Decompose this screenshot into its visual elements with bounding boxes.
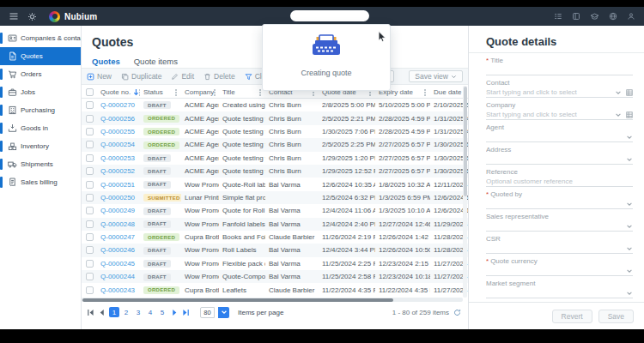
last-page-button[interactable] bbox=[182, 309, 190, 316]
table-row[interactable]: Q-0000252DRAFTACME AgentsQuote testing f… bbox=[82, 165, 468, 178]
quote-no-link[interactable]: Q-0000250 bbox=[97, 194, 140, 202]
save-view-button[interactable]: Save view bbox=[409, 70, 463, 82]
field-input-quoted-by[interactable] bbox=[486, 198, 633, 209]
chevron-down-icon[interactable] bbox=[626, 240, 633, 256]
row-checkbox[interactable] bbox=[86, 141, 94, 148]
hamburger-menu-icon[interactable] bbox=[9, 11, 19, 21]
table-vertical-scrollbar[interactable] bbox=[463, 86, 467, 298]
row-checkbox[interactable] bbox=[86, 128, 94, 135]
field-input-agent[interactable] bbox=[486, 131, 633, 142]
lookup-grid-icon[interactable] bbox=[626, 106, 633, 122]
field-input-market-segment[interactable] bbox=[486, 287, 633, 298]
chevron-down-icon[interactable] bbox=[626, 218, 633, 233]
row-checkbox[interactable] bbox=[86, 233, 94, 241]
table-row[interactable]: Q-0000251DRAFTWow PromotionsQuote-Roll l… bbox=[82, 178, 468, 190]
table-row[interactable]: Q-0000243ORDEREDCupra BrothersLeafletsCl… bbox=[82, 283, 468, 296]
new-button[interactable]: New bbox=[87, 72, 112, 81]
table-row[interactable]: Q-0000246DRAFTWow PromotionsRoll LabelsB… bbox=[82, 244, 468, 256]
shortcuts-icon[interactable] bbox=[554, 12, 562, 21]
column-menu-icon[interactable] bbox=[369, 92, 371, 93]
chevron-down-icon[interactable] bbox=[626, 262, 633, 278]
row-checkbox[interactable] bbox=[86, 220, 94, 228]
row-checkbox[interactable] bbox=[86, 194, 94, 202]
quote-no-link[interactable]: Q-0000253 bbox=[97, 154, 140, 162]
page-size-value[interactable]: 80 bbox=[200, 307, 215, 318]
column-header-status[interactable]: Status bbox=[140, 86, 181, 99]
table-row[interactable]: Q-0000270DRAFTACME AgentsCreated using V… bbox=[82, 99, 468, 111]
page-button-2[interactable]: 2 bbox=[121, 307, 131, 317]
page-button-3[interactable]: 3 bbox=[133, 307, 143, 317]
quote-no-link[interactable]: Q-0000252 bbox=[97, 167, 140, 175]
chevron-down-icon[interactable] bbox=[626, 285, 633, 300]
row-checkbox[interactable] bbox=[86, 167, 94, 175]
page-button-1[interactable]: 1 bbox=[109, 307, 119, 317]
page-size-dropdown-button[interactable] bbox=[218, 307, 229, 318]
chevron-down-icon[interactable] bbox=[615, 84, 622, 99]
field-input-company[interactable]: Start typing and click to select bbox=[486, 109, 633, 120]
horizontal-scroll-thumb[interactable] bbox=[82, 298, 393, 302]
field-input-quote-currency[interactable] bbox=[486, 265, 633, 276]
table-row[interactable]: Q-0000250SUBMITTEDLunar PrintingSimple f… bbox=[82, 191, 468, 204]
quote-no-link[interactable]: Q-0000243 bbox=[97, 286, 140, 294]
row-checkbox[interactable] bbox=[86, 246, 94, 254]
duplicate-button[interactable]: Duplicate bbox=[121, 72, 161, 81]
table-row[interactable]: Q-0000253DRAFTACME AgentsQuote testing f… bbox=[82, 152, 468, 165]
sidebar-item-goods-in[interactable]: Goods in bbox=[0, 119, 81, 137]
field-input-reference[interactable]: Optional customer reference bbox=[486, 176, 633, 187]
quote-no-link[interactable]: Q-0000247 bbox=[97, 233, 140, 241]
page-button-4[interactable]: 4 bbox=[145, 307, 155, 317]
table-row[interactable]: Q-0000254ORDEREDACME AgentsQuote testing… bbox=[82, 138, 468, 151]
select-all-checkbox[interactable] bbox=[86, 88, 94, 96]
field-input-contact[interactable]: Start typing and click to select bbox=[486, 87, 633, 98]
column-header-company[interactable]: Company bbox=[181, 86, 219, 99]
delete-button[interactable]: Delete bbox=[204, 72, 235, 81]
quote-no-link[interactable]: Q-0000248 bbox=[97, 220, 140, 228]
table-row[interactable]: Q-0000244DRAFTWow PromotionsQuote-Compos… bbox=[82, 270, 468, 283]
sidebar-item-orders[interactable]: Orders bbox=[0, 65, 81, 83]
academy-icon[interactable] bbox=[590, 12, 599, 21]
row-checkbox[interactable] bbox=[86, 154, 94, 162]
table-row[interactable]: Q-0000256ORDEREDACME AgentsQuote testing… bbox=[82, 111, 468, 124]
column-menu-icon[interactable] bbox=[313, 92, 314, 93]
first-page-button[interactable] bbox=[87, 309, 94, 316]
chevron-down-icon[interactable] bbox=[626, 129, 633, 144]
table-row[interactable]: Q-0000249DRAFTWow PromotionsQuote for Ro… bbox=[82, 204, 468, 217]
sidebar-item-shipments[interactable]: Shipments bbox=[0, 155, 81, 173]
column-menu-icon[interactable] bbox=[424, 92, 426, 93]
table-row[interactable]: Q-0000248DRAFTWow PromotionsFanfold labe… bbox=[82, 218, 468, 231]
column-menu-icon[interactable] bbox=[214, 92, 216, 93]
row-checkbox[interactable] bbox=[86, 115, 94, 123]
quote-no-link[interactable]: Q-0000254 bbox=[97, 141, 140, 148]
page-button-5[interactable]: 5 bbox=[157, 307, 167, 317]
gear-icon[interactable] bbox=[27, 12, 37, 21]
field-input-address[interactable] bbox=[486, 153, 633, 165]
quote-no-link[interactable]: Q-0000255 bbox=[97, 128, 140, 135]
column-header-title[interactable]: Title bbox=[219, 86, 265, 99]
account-icon[interactable] bbox=[627, 12, 635, 21]
save-button[interactable]: Save bbox=[598, 310, 634, 323]
prev-page-button[interactable] bbox=[98, 309, 106, 316]
sidebar-item-companies-contacts[interactable]: Companies & contacts bbox=[0, 29, 81, 47]
quote-no-link[interactable]: Q-0000270 bbox=[97, 101, 140, 109]
quote-no-link[interactable]: Q-0000245 bbox=[97, 260, 140, 268]
quote-no-link[interactable]: Q-0000256 bbox=[97, 115, 140, 123]
row-checkbox[interactable] bbox=[86, 207, 94, 214]
field-input-sales-representative[interactable] bbox=[486, 220, 633, 232]
quote-no-link[interactable]: Q-0000246 bbox=[97, 246, 140, 254]
globe-icon[interactable] bbox=[609, 12, 617, 21]
table-row[interactable]: Q-0000245DRAFTWow PromotionsFlexible pac… bbox=[82, 257, 468, 270]
quote-no-link[interactable]: Q-0000244 bbox=[97, 273, 140, 280]
global-search[interactable] bbox=[290, 10, 369, 21]
horizontal-scrollbar[interactable] bbox=[82, 298, 463, 302]
field-input-csr[interactable] bbox=[486, 243, 633, 254]
app-logo[interactable]: Nubium bbox=[49, 11, 97, 22]
sidebar-item-sales-billing[interactable]: Sales billing bbox=[0, 173, 81, 191]
chevron-down-icon[interactable] bbox=[626, 196, 633, 211]
table-row[interactable]: Q-0000247ORDEREDCupra BrothersBooks and … bbox=[82, 231, 468, 244]
panel-icon[interactable] bbox=[572, 12, 580, 21]
quote-no-link[interactable]: Q-0000249 bbox=[97, 207, 140, 214]
lookup-grid-icon[interactable] bbox=[626, 84, 633, 99]
sidebar-item-quotes[interactable]: Quotes bbox=[0, 47, 81, 65]
row-checkbox[interactable] bbox=[86, 181, 94, 189]
edit-button[interactable]: Edit bbox=[171, 72, 194, 81]
